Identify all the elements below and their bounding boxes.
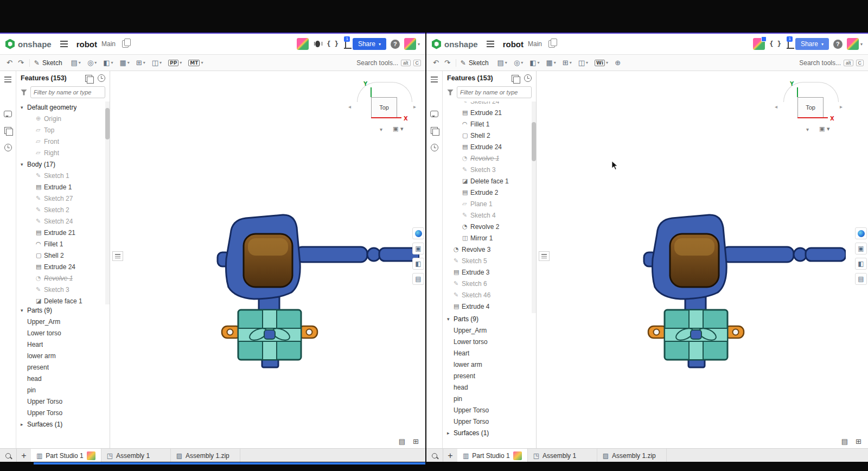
feature-tree-item[interactable]: ✎ Sketch 2	[16, 204, 110, 215]
parts-list-item[interactable]: present	[16, 361, 110, 373]
tree-scrollbar-thumb[interactable]	[532, 122, 536, 161]
feature-tree-item[interactable]: ▤ Extrude 21	[443, 107, 536, 118]
filter-icon[interactable]	[21, 90, 27, 96]
notifications-bell[interactable]: 1	[788, 40, 789, 48]
tree-scrollbar[interactable]	[532, 101, 536, 313]
tree-scrollbar[interactable]	[105, 101, 110, 304]
sketch-button[interactable]: Sketch	[29, 59, 67, 67]
feature-list-icon[interactable]	[4, 77, 11, 82]
chevron-icon[interactable]: ▸	[21, 422, 27, 427]
feature-tree-item[interactable]: ▤ Extrude 3	[443, 266, 536, 278]
print-icon[interactable]	[841, 437, 848, 445]
toolbar-tool[interactable]: PP	[165, 55, 185, 71]
collaborator-avatar[interactable]	[753, 38, 765, 50]
document-title[interactable]: robot	[76, 40, 97, 49]
rotate-right-icon[interactable]	[413, 104, 416, 110]
parts-list-item[interactable]: pin	[16, 384, 110, 396]
panel-expand-icon[interactable]	[85, 75, 92, 82]
toolbar-tool[interactable]: ▦	[543, 55, 559, 71]
parts-list-item[interactable]: Lower torso	[16, 327, 110, 339]
iso-view-icon[interactable]	[393, 125, 403, 132]
branch-name[interactable]: Main	[101, 40, 116, 48]
parts-list-item[interactable]: present	[443, 370, 536, 381]
undo-icon[interactable]	[4, 59, 15, 67]
toolbar-tool[interactable]: ⊕	[611, 55, 624, 71]
toolbar-tool[interactable]: MT	[185, 55, 206, 71]
parts-list-item[interactable]: Upper Torso	[443, 404, 536, 416]
feature-tree-item[interactable]: ▤ Extrude 2	[443, 187, 536, 198]
toolbar-tool[interactable]: ◫	[575, 55, 591, 71]
account-menu[interactable]	[847, 38, 863, 50]
feature-tree-item[interactable]: ◪ Delete face 1	[16, 295, 110, 304]
share-button[interactable]: Share	[795, 38, 829, 50]
toolbar-tool[interactable]: ⊞	[133, 55, 149, 71]
document-title[interactable]: robot	[503, 40, 524, 49]
chevron-icon[interactable]: ▸	[447, 430, 454, 436]
parts-list-item[interactable]: lower arm	[16, 350, 110, 361]
featurescript-icon[interactable]: { }	[327, 40, 339, 48]
parts-list-item[interactable]: Heart	[16, 339, 110, 350]
feature-tree-item[interactable]: ✎ Sketch 46	[443, 289, 536, 301]
feature-tree-item[interactable]: ◔ Revolve 1	[16, 272, 110, 284]
rollback-icon[interactable]	[524, 74, 532, 82]
help-button[interactable]: ?	[391, 40, 400, 49]
toolbar-tool[interactable]: ▦	[117, 55, 133, 71]
account-menu[interactable]	[404, 38, 420, 50]
parts-list-item[interactable]: ▸ Surfaces (1)	[16, 418, 110, 430]
rotate-left-icon[interactable]	[348, 104, 351, 110]
filter-icon[interactable]	[447, 90, 454, 96]
feature-tree-item[interactable]: ◔ Revolve 3	[443, 244, 536, 255]
parts-list-item[interactable]: ▾ Parts (9)	[443, 313, 536, 324]
parts-list-item[interactable]: head	[16, 373, 110, 384]
feature-tree-item[interactable]: ▤ Extrude 21	[16, 227, 110, 238]
rotate-left-icon[interactable]	[775, 104, 777, 110]
feature-tree-item[interactable]: ▢ Shell 2	[443, 130, 536, 141]
toolbar-tool[interactable]: ◎	[510, 55, 526, 71]
document-tab[interactable]: ▥ Part Studio 1	[457, 449, 528, 462]
toolbar-tool[interactable]: ▤	[68, 55, 84, 71]
feature-tree-item[interactable]: ✎ Sketch 1	[16, 170, 110, 181]
parts-list-item[interactable]: Upper Torso	[16, 407, 110, 418]
document-tab[interactable]: ▨ Assembly 1.zip	[597, 449, 667, 462]
feature-tree-item[interactable]: ◫ Mirror 1	[443, 232, 536, 244]
parts-list-item[interactable]: Upper_Arm	[16, 316, 110, 327]
feature-tree-item[interactable]: ✎ Sketch 5	[443, 255, 536, 266]
toolbar-tool[interactable]: Wi	[591, 55, 611, 71]
main-menu-icon[interactable]	[487, 43, 494, 44]
view-cube-face[interactable]: Top	[797, 97, 824, 118]
display-options-icon[interactable]	[855, 227, 867, 239]
parts-list-item[interactable]: lower arm	[443, 359, 536, 370]
feature-tree-item[interactable]: ▱ Front	[16, 136, 110, 147]
feature-tree-item[interactable]: ▱ Right	[16, 147, 110, 158]
featurescript-icon[interactable]: { }	[769, 40, 781, 48]
document-tab[interactable]: ▨ Assembly 1.zip	[171, 449, 240, 462]
redo-icon[interactable]	[16, 59, 26, 67]
parts-list-item[interactable]: ▾ Parts (9)	[16, 304, 110, 316]
share-button[interactable]: Share	[353, 38, 386, 50]
display-options-icon[interactable]	[412, 227, 424, 239]
toolbar-tool[interactable]: ⊞	[559, 55, 575, 71]
feature-tree-item[interactable]: ▤ Extrude 4	[443, 301, 536, 312]
comments-icon[interactable]	[4, 111, 12, 117]
parts-list-item[interactable]: Lower torso	[443, 336, 536, 347]
filter-input[interactable]	[30, 86, 105, 98]
parts-list-item[interactable]: pin	[443, 393, 536, 404]
parts-list-item[interactable]: Upper Torso	[16, 396, 110, 407]
feature-tree-item[interactable]: ◔ Revolve 2	[443, 221, 536, 232]
feature-tree-item[interactable]: ✎ Sketch 6	[443, 278, 536, 289]
panel-expand-icon[interactable]	[512, 75, 519, 82]
chevron-icon[interactable]: ▾	[447, 316, 454, 322]
toolbar-tool[interactable]: ◫	[149, 55, 165, 71]
view-menu-caret-icon[interactable]	[380, 126, 382, 132]
feature-tree-item[interactable]: ✎ Sketch 3	[443, 164, 536, 175]
feature-tree-item[interactable]: ◔ Revolve 1	[443, 152, 536, 164]
parts-list-item[interactable]: head	[443, 381, 536, 393]
versions-icon[interactable]	[122, 40, 129, 48]
help-button[interactable]: ?	[833, 40, 843, 49]
feature-tree-item[interactable]: ▾ Default geometry	[16, 101, 110, 113]
feature-list-icon[interactable]	[431, 77, 438, 82]
main-menu-icon[interactable]	[60, 43, 68, 44]
feature-tree-item[interactable]: ◠ Fillet 1	[443, 118, 536, 130]
feature-tree-item[interactable]: ▤ Extrude 24	[16, 261, 110, 272]
branch-name[interactable]: Main	[528, 40, 542, 48]
